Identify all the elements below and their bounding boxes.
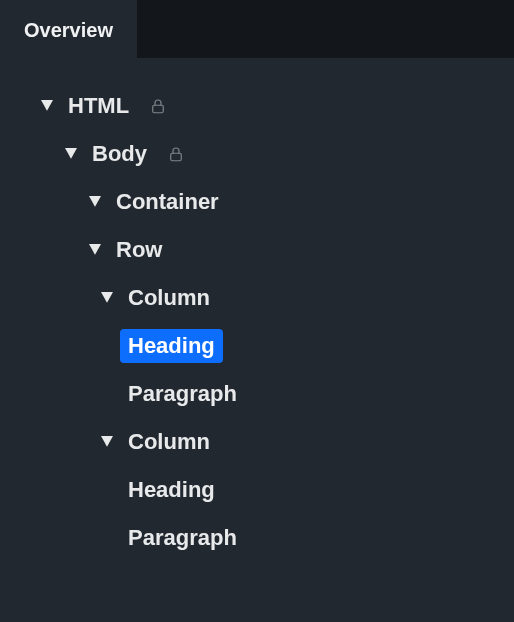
- tree-label: Column: [120, 281, 218, 315]
- tab-overview[interactable]: Overview: [0, 0, 137, 58]
- tree-item-heading[interactable]: Heading: [12, 322, 502, 370]
- tree-item-html[interactable]: HTML: [12, 82, 502, 130]
- lock-icon: [149, 97, 167, 115]
- tree-label: Container: [108, 185, 227, 219]
- caret-down-icon[interactable]: [84, 191, 106, 213]
- caret-down-icon[interactable]: [36, 95, 58, 117]
- tree-panel: HTML Body Container Row Column: [0, 58, 514, 574]
- tree-label: Heading: [120, 473, 223, 507]
- tree-label: Paragraph: [120, 377, 245, 411]
- svg-marker-5: [89, 244, 101, 255]
- tree-item-paragraph[interactable]: Paragraph: [12, 514, 502, 562]
- tree-label: HTML: [60, 89, 137, 123]
- tree-label: Paragraph: [120, 521, 245, 555]
- tree-label: Row: [108, 233, 170, 267]
- tree-item-row[interactable]: Row: [12, 226, 502, 274]
- lock-icon: [167, 145, 185, 163]
- tree-label: Column: [120, 425, 218, 459]
- tab-label: Overview: [24, 19, 113, 42]
- tabbar: Overview: [0, 0, 514, 58]
- tree-label: Body: [84, 137, 155, 171]
- caret-down-icon[interactable]: [60, 143, 82, 165]
- svg-marker-2: [65, 148, 77, 159]
- tree-item-body[interactable]: Body: [12, 130, 502, 178]
- svg-marker-7: [101, 436, 113, 447]
- svg-rect-3: [171, 153, 182, 161]
- svg-rect-1: [153, 105, 164, 113]
- tree-item-column[interactable]: Column: [12, 418, 502, 466]
- svg-marker-0: [41, 100, 53, 111]
- svg-marker-6: [101, 292, 113, 303]
- caret-down-icon[interactable]: [96, 287, 118, 309]
- caret-down-icon[interactable]: [84, 239, 106, 261]
- tree-item-container[interactable]: Container: [12, 178, 502, 226]
- tree-item-heading[interactable]: Heading: [12, 466, 502, 514]
- tree-item-paragraph[interactable]: Paragraph: [12, 370, 502, 418]
- tree-label: Heading: [120, 329, 223, 363]
- tree-item-column[interactable]: Column: [12, 274, 502, 322]
- caret-down-icon[interactable]: [96, 431, 118, 453]
- svg-marker-4: [89, 196, 101, 207]
